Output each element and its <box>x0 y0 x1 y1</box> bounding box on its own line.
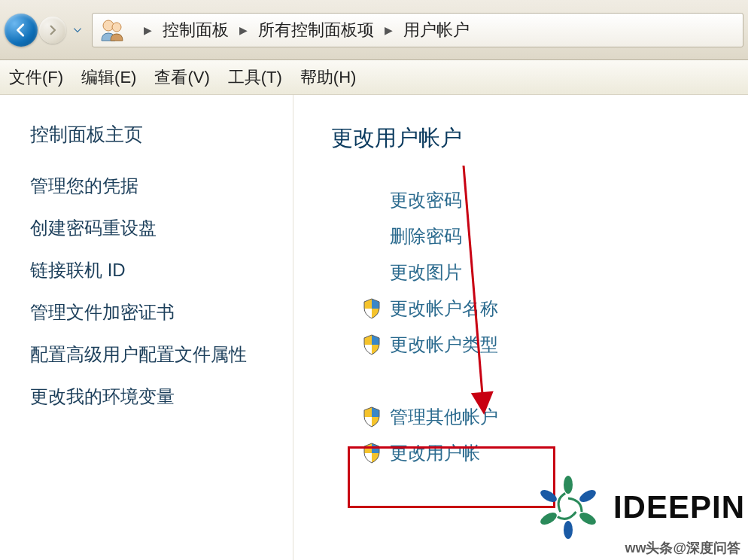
breadcrumb-item[interactable]: 控制面板 <box>163 19 229 41</box>
watermark-line: ww头条@深度问答 <box>625 539 740 557</box>
action-label: 删除密码 <box>390 224 462 248</box>
action-label: 更改密码 <box>390 188 462 212</box>
shield-icon <box>361 443 382 464</box>
arrow-left-icon <box>13 22 29 38</box>
sidebar-link-password-reset-disk[interactable]: 创建密码重设盘 <box>30 216 278 240</box>
action-change-account-name[interactable]: 更改帐户名称 <box>361 291 748 327</box>
breadcrumb-item[interactable]: 所有控制面板项 <box>258 19 374 41</box>
sidebar-link-online-id[interactable]: 链接联机 ID <box>30 258 278 282</box>
menu-item-edit[interactable]: 编辑(E) <box>81 66 136 89</box>
sidebar-link-file-encryption[interactable]: 管理文件加密证书 <box>30 300 278 324</box>
svg-point-7 <box>564 521 573 539</box>
action-change-picture[interactable]: 更改图片 <box>361 254 748 291</box>
logo-text: IDEEPIN <box>613 489 745 525</box>
breadcrumb-separator: ▶ <box>144 24 152 36</box>
nav-bar: ▶ 控制面板 ▶ 所有控制面板项 ▶ 用户帐户 <box>0 0 748 60</box>
action-label: 更改帐户名称 <box>390 297 498 321</box>
svg-point-8 <box>539 488 559 504</box>
action-list: 更改密码 删除密码 更改图片 更改帐户名称 更改帐户类型 <box>331 182 748 471</box>
shield-icon <box>361 406 382 428</box>
sidebar-title: 控制面板主页 <box>30 122 278 147</box>
breadcrumb-separator: ▶ <box>385 24 393 36</box>
sidebar-link-env-variables[interactable]: 更改我的环境变量 <box>30 385 278 409</box>
menu-item-help[interactable]: 帮助(H) <box>300 66 357 89</box>
action-change-password[interactable]: 更改密码 <box>361 182 748 218</box>
action-change-account-type[interactable]: 更改帐户类型 <box>361 327 748 363</box>
page-title: 更改用户帐户 <box>331 123 748 154</box>
sidebar-link-advanced-profile[interactable]: 配置高级用户配置文件属性 <box>30 342 278 367</box>
action-label: 更改帐户类型 <box>390 333 498 357</box>
breadcrumb-item[interactable]: 用户帐户 <box>403 19 470 41</box>
logo-swirl-icon <box>531 470 606 545</box>
shield-icon <box>361 334 382 355</box>
svg-point-3 <box>564 476 573 494</box>
sidebar: 控制面板主页 管理您的凭据 创建密码重设盘 链接联机 ID 管理文件加密证书 配… <box>0 95 293 560</box>
shield-icon <box>361 298 382 319</box>
forward-button[interactable] <box>39 17 66 44</box>
history-dropdown[interactable] <box>69 22 86 38</box>
svg-point-5 <box>539 510 559 527</box>
action-label: 更改图片 <box>390 260 462 285</box>
user-accounts-icon <box>99 17 126 44</box>
action-change-uac[interactable]: 更改用户帐 <box>361 435 748 471</box>
menu-bar: 文件(F) 编辑(E) 查看(V) 工具(T) 帮助(H) <box>0 60 748 95</box>
svg-point-1 <box>112 23 121 32</box>
action-group-2: 管理其他帐户 更改用户帐 <box>361 399 748 471</box>
arrow-right-icon <box>46 23 59 37</box>
menu-item-tools[interactable]: 工具(T) <box>228 66 282 89</box>
action-label: 管理其他帐户 <box>390 405 498 429</box>
action-delete-password[interactable]: 删除密码 <box>361 218 748 254</box>
action-label: 更改用户帐 <box>390 441 480 465</box>
menu-item-view[interactable]: 查看(V) <box>154 66 209 89</box>
logo-area: IDEEPIN <box>531 470 745 545</box>
nav-buttons <box>5 14 86 47</box>
back-button[interactable] <box>5 14 38 47</box>
svg-point-4 <box>578 510 598 527</box>
sidebar-link-credentials[interactable]: 管理您的凭据 <box>30 174 278 198</box>
breadcrumb-separator: ▶ <box>239 24 248 36</box>
svg-point-6 <box>578 488 598 504</box>
address-bar[interactable]: ▶ 控制面板 ▶ 所有控制面板项 ▶ 用户帐户 <box>92 13 743 47</box>
action-manage-other-accounts[interactable]: 管理其他帐户 <box>361 399 748 435</box>
chevron-down-icon <box>72 25 83 35</box>
menu-item-file[interactable]: 文件(F) <box>9 66 63 89</box>
